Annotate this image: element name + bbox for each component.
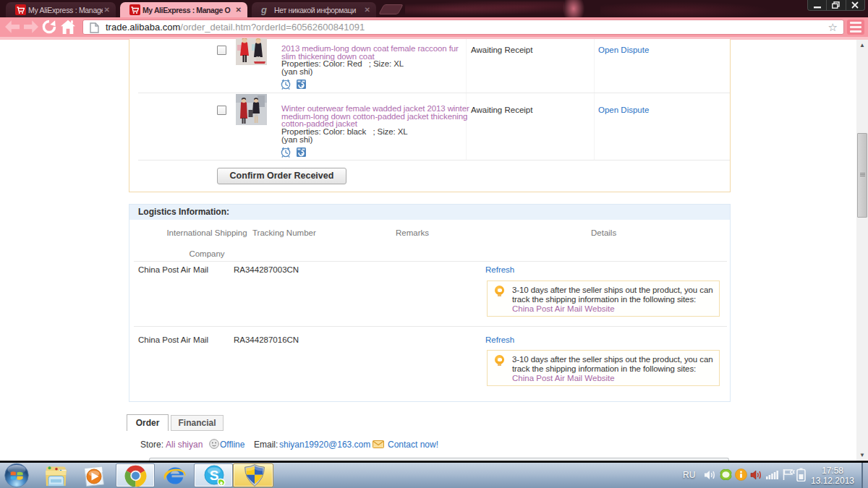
svg-text:S: S	[210, 468, 219, 483]
